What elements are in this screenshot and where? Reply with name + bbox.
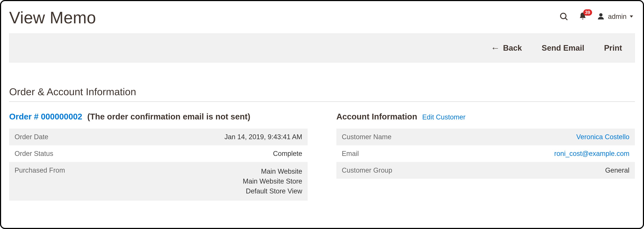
email-value: roni_cost@example.com xyxy=(460,145,635,162)
notifications-button[interactable]: 39 xyxy=(578,12,587,21)
customer-group-label: Customer Group xyxy=(336,162,460,179)
header-actions: 39 admin xyxy=(559,8,635,21)
info-columns: Order # 000000002 (The order confirmatio… xyxy=(9,112,635,200)
account-info-table: Customer Name Veronica Costello Email ro… xyxy=(336,128,635,179)
action-bar: ← Back Send Email Print xyxy=(9,34,635,62)
customer-name-link[interactable]: Veronica Costello xyxy=(576,133,630,141)
account-info-panel: Account Information Edit Customer Custom… xyxy=(336,112,635,200)
print-button[interactable]: Print xyxy=(604,44,622,52)
customer-name-value: Veronica Costello xyxy=(460,128,635,145)
table-row: Purchased From Main Website Main Website… xyxy=(9,162,308,200)
chevron-down-icon xyxy=(630,16,633,18)
edit-customer-link[interactable]: Edit Customer xyxy=(422,113,466,121)
svg-point-0 xyxy=(560,13,566,19)
order-date-value: Jan 14, 2019, 9:43:41 AM xyxy=(131,128,308,145)
notification-badge: 39 xyxy=(583,9,592,16)
table-row: Customer Group General xyxy=(336,162,635,179)
order-info-table: Order Date Jan 14, 2019, 9:43:41 AM Orde… xyxy=(9,128,308,200)
email-label: Email xyxy=(336,145,460,162)
table-row: Order Date Jan 14, 2019, 9:43:41 AM xyxy=(9,128,308,145)
search-icon[interactable] xyxy=(559,12,568,21)
customer-group-value: General xyxy=(460,162,635,179)
section-title: Order & Account Information xyxy=(9,86,635,102)
print-label: Print xyxy=(604,44,622,52)
order-number-link[interactable]: Order # 000000002 xyxy=(9,112,82,122)
purchased-from-label: Purchased From xyxy=(9,162,131,200)
order-heading: Order # 000000002 (The order confirmatio… xyxy=(9,112,308,122)
back-button-label: Back xyxy=(503,44,522,52)
arrow-left-icon: ← xyxy=(491,44,500,52)
user-menu[interactable]: admin xyxy=(597,12,633,21)
table-row: Customer Name Veronica Costello xyxy=(336,128,635,145)
back-button[interactable]: ← Back xyxy=(491,44,522,52)
page-frame: View Memo 39 xyxy=(0,0,644,229)
user-name-label: admin xyxy=(608,13,627,20)
email-link[interactable]: roni_cost@example.com xyxy=(554,150,630,157)
account-heading-label: Account Information xyxy=(336,112,417,122)
send-email-button[interactable]: Send Email xyxy=(542,44,584,52)
page-header: View Memo 39 xyxy=(9,6,635,34)
send-email-label: Send Email xyxy=(542,44,584,52)
svg-point-2 xyxy=(599,13,602,16)
order-status-value: Complete xyxy=(131,145,308,162)
customer-name-label: Customer Name xyxy=(336,128,460,145)
page-title: View Memo xyxy=(9,8,96,27)
purchased-from-line-3: Default Store View xyxy=(136,186,302,196)
user-icon xyxy=(597,12,605,21)
table-row: Email roni_cost@example.com xyxy=(336,145,635,162)
account-heading: Account Information Edit Customer xyxy=(336,112,635,122)
order-date-label: Order Date xyxy=(9,128,131,145)
purchased-from-line-1: Main Website xyxy=(136,166,302,176)
order-status-label: Order Status xyxy=(9,145,131,162)
purchased-from-line-2: Main Website Store xyxy=(136,176,302,186)
svg-line-1 xyxy=(565,18,567,20)
order-email-note: (The order confirmation email is not sen… xyxy=(87,112,250,122)
purchased-from-value: Main Website Main Website Store Default … xyxy=(131,162,308,200)
table-row: Order Status Complete xyxy=(9,145,308,162)
order-info-panel: Order # 000000002 (The order confirmatio… xyxy=(9,112,308,200)
